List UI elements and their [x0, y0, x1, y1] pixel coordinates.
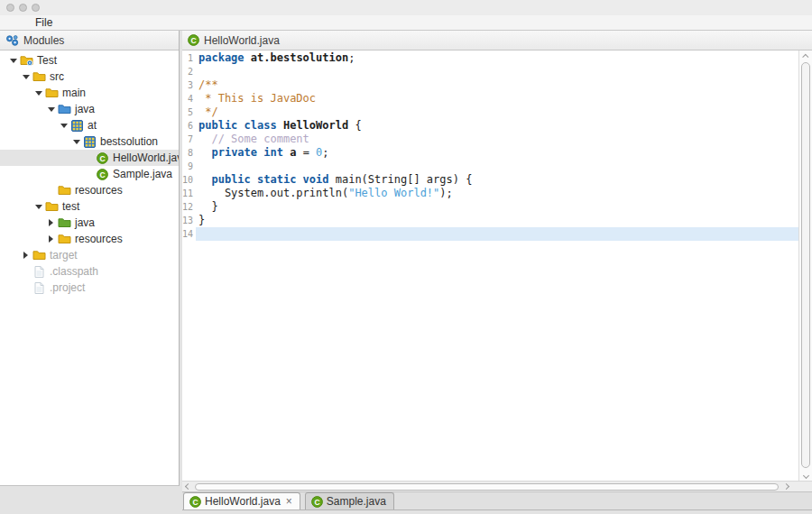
title-bar	[0, 0, 812, 15]
editor-header: C HelloWorld.java	[182, 31, 812, 50]
line-number: 14	[182, 227, 196, 241]
code-line-text: package at.bestsolution;	[196, 51, 798, 65]
file-icon	[32, 282, 46, 294]
minimize-window-button[interactable]	[19, 4, 27, 12]
folder-green-icon	[57, 217, 71, 228]
menu-file[interactable]: File	[35, 16, 52, 29]
line-number: 6	[182, 119, 196, 133]
tree-item-target[interactable]: target	[0, 247, 179, 263]
java-class-icon: C	[188, 34, 199, 46]
line-number: 1	[182, 51, 196, 65]
line-number: 4	[182, 92, 196, 106]
scroll-right-button[interactable]	[780, 482, 791, 491]
code-line-1[interactable]: 1package at.bestsolution;	[182, 51, 798, 65]
line-number: 8	[182, 146, 196, 160]
tree-item-label: .project	[50, 281, 85, 294]
tree-item--classpath[interactable]: .classpath	[0, 263, 179, 280]
tree-item-helloworld-java[interactable]: CHelloWorld.java	[0, 150, 179, 166]
svg-text:C: C	[99, 153, 105, 162]
expander-open-icon[interactable]	[20, 75, 32, 79]
java-class-icon: C	[310, 496, 324, 508]
code-line-text: // Some comment	[196, 133, 798, 146]
expander-closed-icon[interactable]	[45, 219, 57, 226]
vertical-scrollbar-thumb[interactable]	[801, 62, 810, 468]
code-line-14[interactable]: 14	[182, 227, 798, 241]
code-line-text: */	[196, 106, 798, 119]
package-icon	[82, 136, 97, 148]
expander-open-icon[interactable]	[70, 140, 82, 144]
tree-item-test[interactable]: Test	[0, 52, 179, 69]
tree-item-at[interactable]: at	[0, 117, 179, 133]
code-line-text: /**	[196, 78, 798, 92]
tree-item-label: java	[75, 216, 95, 229]
tree-item-label: .classpath	[50, 265, 98, 278]
code-line-9[interactable]: 9	[182, 160, 798, 173]
tree-item-test[interactable]: test	[0, 198, 179, 215]
tree-item-java[interactable]: java	[0, 101, 179, 117]
java-class-icon: C	[189, 496, 202, 508]
code-line-6[interactable]: 6public class HelloWorld {	[182, 119, 798, 133]
expander-open-icon[interactable]	[45, 107, 57, 112]
tree-item-resources[interactable]: resources	[0, 231, 179, 247]
modules-panel: Modules Test src main java at bestsoluti…	[0, 31, 180, 486]
folder-yellow-icon	[44, 201, 59, 212]
horizontal-scrollbar[interactable]	[182, 481, 812, 491]
code-line-10[interactable]: 10 public static void main(String[] args…	[182, 173, 798, 187]
zoom-window-button[interactable]	[32, 4, 40, 12]
code-line-5[interactable]: 5 */	[182, 106, 798, 119]
line-number: 10	[182, 173, 196, 187]
code-line-2[interactable]: 2	[182, 65, 798, 78]
vertical-scrollbar[interactable]	[798, 50, 812, 481]
folder-module-icon	[19, 55, 33, 66]
scroll-down-button[interactable]	[799, 470, 812, 481]
expander-closed-icon[interactable]	[20, 252, 32, 259]
expander-open-icon[interactable]	[32, 205, 44, 209]
editor-tab-strip: CHelloWorld.java× CSample.java	[182, 491, 812, 510]
code-line-text: public class HelloWorld {	[196, 119, 798, 133]
editor-tab-helloworld-java[interactable]: CHelloWorld.java×	[183, 492, 300, 509]
code-line-11[interactable]: 11 System.out.println("Hello World!");	[182, 187, 798, 200]
expander-open-icon[interactable]	[58, 124, 69, 128]
code-line-3[interactable]: 3/**	[182, 78, 798, 92]
expander-open-icon[interactable]	[32, 91, 44, 96]
code-line-text: * This is JavaDoc	[196, 92, 798, 106]
line-number: 2	[182, 65, 196, 78]
module-tree: Test src main java at bestsolution CHell…	[0, 50, 179, 485]
tree-item-main[interactable]: main	[0, 85, 179, 101]
tree-item-bestsolution[interactable]: bestsolution	[0, 133, 179, 150]
editor-tab-sample-java[interactable]: CSample.java	[305, 492, 394, 509]
line-number: 5	[182, 106, 196, 119]
code-line-4[interactable]: 4 * This is JavaDoc	[182, 92, 798, 106]
tab-close-icon[interactable]: ×	[286, 496, 292, 507]
scroll-up-button[interactable]	[799, 50, 812, 61]
tree-item--project[interactable]: .project	[0, 280, 179, 296]
code-line-8[interactable]: 8 private int a = 0;	[182, 146, 798, 160]
code-line-7[interactable]: 7 // Some comment	[182, 133, 798, 146]
tree-item-label: java	[75, 103, 95, 115]
line-number: 13	[182, 214, 196, 227]
expander-open-icon[interactable]	[7, 59, 19, 63]
tree-item-label: test	[62, 200, 79, 213]
modules-panel-title: Modules	[23, 34, 64, 47]
expander-closed-icon[interactable]	[45, 235, 57, 243]
code-line-text: }	[196, 200, 798, 214]
code-area[interactable]: 1package at.bestsolution;23/**4 * This i…	[182, 51, 798, 241]
horizontal-scrollbar-thumb[interactable]	[195, 483, 779, 491]
close-window-button[interactable]	[6, 4, 14, 12]
modules-panel-header: Modules	[0, 31, 179, 50]
code-line-13[interactable]: 13}	[182, 214, 798, 227]
tree-item-sample-java[interactable]: CSample.java	[0, 166, 179, 182]
tree-item-src[interactable]: src	[0, 69, 179, 85]
tree-item-java[interactable]: java	[0, 215, 179, 231]
tree-item-resources[interactable]: resources	[0, 182, 179, 198]
editor-title: HelloWorld.java	[204, 34, 280, 47]
tab-label: HelloWorld.java	[205, 495, 281, 508]
line-number: 3	[182, 78, 196, 92]
tree-item-label: HelloWorld.java	[113, 151, 179, 164]
code-editor[interactable]: 1package at.bestsolution;23/**4 * This i…	[182, 50, 812, 481]
chevron-left-icon	[184, 483, 190, 490]
tree-item-label: target	[50, 249, 78, 262]
code-line-12[interactable]: 12 }	[182, 200, 798, 214]
scroll-left-button[interactable]	[182, 482, 193, 491]
tree-item-label: Sample.java	[113, 168, 172, 180]
